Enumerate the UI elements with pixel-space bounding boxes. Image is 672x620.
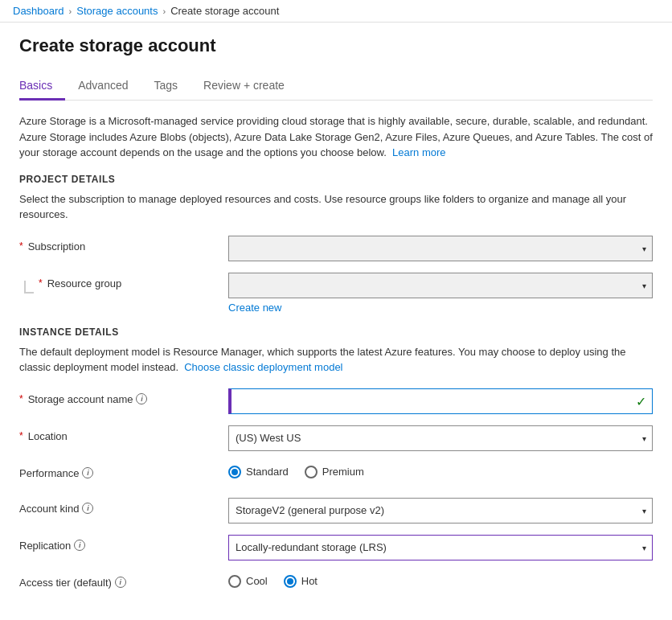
performance-premium-radio[interactable] xyxy=(305,466,318,478)
replication-label-col: Replication i xyxy=(19,535,228,552)
replication-select[interactable]: Locally-redundant storage (LRS) Zone-red… xyxy=(228,535,653,560)
tab-review-create[interactable]: Review + create xyxy=(191,72,297,101)
learn-more-link[interactable]: Learn more xyxy=(392,146,445,158)
performance-premium-label: Premium xyxy=(322,466,364,478)
instance-details-desc: The default deployment model is Resource… xyxy=(19,344,653,376)
tab-basics[interactable]: Basics xyxy=(19,72,65,101)
storage-name-check-icon: ✓ xyxy=(636,393,646,409)
tab-advanced[interactable]: Advanced xyxy=(65,72,141,101)
performance-info-icon[interactable]: i xyxy=(82,467,93,478)
storage-name-label-col: * Storage account name i xyxy=(19,388,228,405)
access-tier-label: Access tier (default) xyxy=(19,577,112,589)
location-row: * Location (US) West US (US) East US (US… xyxy=(19,425,653,451)
subscription-select[interactable] xyxy=(228,236,653,261)
access-tier-info-icon[interactable]: i xyxy=(115,577,126,588)
tabs-bar: Basics Advanced Tags Review + create xyxy=(19,72,653,101)
performance-premium-option[interactable]: Premium xyxy=(305,466,364,478)
location-select[interactable]: (US) West US (US) East US (US) East US 2… xyxy=(228,425,653,451)
performance-row: Performance i Standard Premium xyxy=(19,462,653,487)
breadcrumb-current: Create storage account xyxy=(170,5,279,17)
performance-standard-option[interactable]: Standard xyxy=(228,466,289,478)
account-kind-select-wrapper: StorageV2 (general purpose v2) BlobStora… xyxy=(228,498,653,524)
performance-standard-label: Standard xyxy=(246,466,289,478)
page-container: Create storage account Basics Advanced T… xyxy=(0,23,672,615)
breadcrumb: Dashboard › Storage accounts › Create st… xyxy=(0,0,672,23)
location-label: Location xyxy=(28,430,68,442)
access-tier-cool-option[interactable]: Cool xyxy=(228,575,268,588)
access-tier-control: Cool Hot xyxy=(228,572,653,588)
storage-name-control: ✓ xyxy=(228,388,653,414)
resource-group-row: * Resource group ▾ xyxy=(19,273,653,298)
resource-group-label: Resource group xyxy=(47,277,122,289)
account-kind-select[interactable]: StorageV2 (general purpose v2) BlobStora… xyxy=(228,498,653,524)
project-details-desc: Select the subscription to manage deploy… xyxy=(19,191,653,223)
description-text: Azure Storage is a Microsoft-managed ser… xyxy=(19,113,653,161)
subscription-select-wrapper: ▾ xyxy=(228,236,653,261)
subscription-required: * xyxy=(19,240,23,252)
subscription-label-col: * Subscription xyxy=(19,236,228,253)
storage-account-name-row: * Storage account name i ✓ xyxy=(19,388,653,414)
access-tier-hot-label: Hot xyxy=(301,575,318,587)
account-kind-row: Account kind i StorageV2 (general purpos… xyxy=(19,498,653,524)
resource-group-control: ▾ xyxy=(228,273,653,298)
access-tier-label-col: Access tier (default) i xyxy=(19,572,228,589)
access-tier-cool-label: Cool xyxy=(246,575,268,587)
breadcrumb-sep-1: › xyxy=(69,6,72,16)
replication-select-wrapper: Locally-redundant storage (LRS) Zone-red… xyxy=(228,535,653,560)
instance-details-header: INSTANCE DETAILS xyxy=(19,326,653,338)
storage-name-label: Storage account name xyxy=(28,393,133,405)
replication-control: Locally-redundant storage (LRS) Zone-red… xyxy=(228,535,653,560)
performance-label: Performance xyxy=(19,467,79,479)
access-tier-row: Access tier (default) i Cool Hot xyxy=(19,572,653,596)
subscription-control: ▾ xyxy=(228,236,653,261)
resource-group-indent-line xyxy=(24,281,34,294)
account-kind-control: StorageV2 (general purpose v2) BlobStora… xyxy=(228,498,653,524)
location-required: * xyxy=(19,430,23,441)
breadcrumb-dashboard[interactable]: Dashboard xyxy=(13,5,64,17)
resource-group-label-col: * Resource group xyxy=(39,273,228,289)
replication-row: Replication i Locally-redundant storage … xyxy=(19,535,653,560)
access-tier-hot-option[interactable]: Hot xyxy=(284,575,318,588)
description-body: Azure Storage is a Microsoft-managed ser… xyxy=(19,115,653,158)
subscription-row: * Subscription ▾ xyxy=(19,236,653,261)
account-kind-label-col: Account kind i xyxy=(19,498,228,515)
breadcrumb-sep-2: › xyxy=(162,6,166,16)
storage-name-required: * xyxy=(19,393,23,404)
performance-label-col: Performance i xyxy=(19,462,228,479)
storage-name-info-icon[interactable]: i xyxy=(136,393,147,404)
resource-group-select-wrapper: ▾ xyxy=(228,273,653,298)
account-kind-info-icon[interactable]: i xyxy=(82,503,93,514)
replication-info-icon[interactable]: i xyxy=(74,540,85,551)
storage-name-input-wrapper: ✓ xyxy=(228,388,653,414)
resource-group-select[interactable] xyxy=(228,273,653,298)
location-label-col: * Location xyxy=(19,425,228,442)
create-new-link[interactable]: Create new xyxy=(228,302,653,314)
performance-radio-group: Standard Premium xyxy=(228,462,653,478)
page-title: Create storage account xyxy=(19,35,653,56)
location-select-wrapper: (US) West US (US) East US (US) East US 2… xyxy=(228,425,653,451)
access-tier-radio-group: Cool Hot xyxy=(228,572,653,588)
project-details-header: PROJECT DETAILS xyxy=(19,174,653,185)
classic-deployment-link[interactable]: Choose classic deployment model xyxy=(184,361,342,373)
subscription-label: Subscription xyxy=(28,240,86,253)
access-tier-cool-radio[interactable] xyxy=(228,575,241,588)
performance-control: Standard Premium xyxy=(228,462,653,478)
performance-standard-radio[interactable] xyxy=(228,466,241,478)
account-kind-label: Account kind xyxy=(19,503,79,515)
location-control: (US) West US (US) East US (US) East US 2… xyxy=(228,425,653,451)
access-tier-hot-radio[interactable] xyxy=(284,575,297,588)
storage-name-input[interactable] xyxy=(228,388,653,414)
tab-tags[interactable]: Tags xyxy=(141,72,191,101)
resource-group-required: * xyxy=(39,277,43,289)
replication-label: Replication xyxy=(19,540,71,552)
breadcrumb-storage-accounts[interactable]: Storage accounts xyxy=(76,5,158,17)
